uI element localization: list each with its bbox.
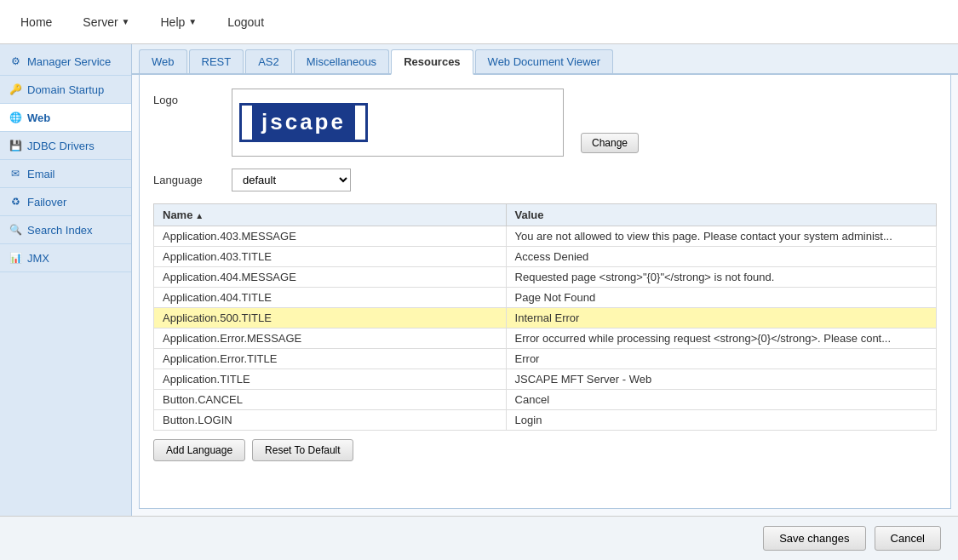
- table-row[interactable]: Application.Error.MESSAGEError occurred …: [154, 329, 937, 349]
- language-field-row: Language default: [153, 169, 937, 191]
- sidebar-item-jdbc-drivers[interactable]: 💾 JDBC Drivers: [0, 132, 131, 160]
- resource-value-cell: Error occurred while processing request …: [506, 329, 936, 349]
- sidebar-item-email[interactable]: ✉ Email: [0, 160, 131, 188]
- email-icon: ✉: [9, 167, 22, 180]
- footer: Save changes Cancel: [0, 516, 958, 560]
- resource-value-cell: Cancel: [506, 390, 936, 410]
- resource-value-cell: Requested page <strong>"{0}"</strong> is…: [506, 267, 936, 288]
- resource-value-cell: You are not allowed to view this page. P…: [506, 226, 936, 247]
- sidebar-item-search-index[interactable]: 🔍 Search Index: [0, 216, 131, 244]
- server-dropdown-arrow: ▼: [122, 17, 130, 26]
- resource-value-cell: Login: [506, 410, 936, 431]
- table-row[interactable]: Application.404.TITLEPage Not Found: [154, 288, 937, 308]
- sidebar-item-jmx[interactable]: 📊 JMX: [0, 244, 131, 272]
- jdbc-icon: 💾: [9, 139, 22, 152]
- resource-name-cell: Application.500.TITLE: [154, 308, 507, 329]
- resource-value-cell: JSCAPE MFT Server - Web: [506, 369, 936, 390]
- language-label: Language: [153, 169, 221, 186]
- sidebar-item-manager-service[interactable]: ⚙ Manager Service: [0, 48, 131, 76]
- manager-service-icon: ⚙: [9, 54, 22, 68]
- table-row[interactable]: Application.403.TITLEAccess Denied: [154, 247, 937, 267]
- logo-field-row: Logo jscape Change: [153, 89, 937, 157]
- sidebar-item-web[interactable]: 🌐 Web: [0, 104, 131, 132]
- resource-value-cell: Error: [506, 349, 936, 369]
- table-row[interactable]: Application.TITLEJSCAPE MFT Server - Web: [154, 369, 937, 390]
- resource-name-cell: Application.TITLE: [154, 369, 507, 390]
- resource-name-cell: Application.404.TITLE: [154, 288, 507, 308]
- table-row[interactable]: Application.404.MESSAGERequested page <s…: [154, 267, 937, 288]
- tab-web[interactable]: Web: [139, 49, 187, 73]
- language-select[interactable]: default: [232, 169, 351, 191]
- table-actions: Add Language Reset To Default: [153, 439, 937, 461]
- tab-miscellaneous[interactable]: Miscellaneous: [294, 49, 389, 73]
- tab-resources[interactable]: Resources: [391, 49, 473, 75]
- sidebar-item-domain-startup[interactable]: 🔑 Domain Startup: [0, 76, 131, 104]
- resource-name-cell: Application.Error.TITLE: [154, 349, 507, 369]
- search-index-icon: 🔍: [9, 223, 22, 237]
- table-row[interactable]: Button.CANCELCancel: [154, 390, 937, 410]
- table-row[interactable]: Application.Error.TITLEError: [154, 349, 937, 369]
- jmx-icon: 📊: [9, 251, 22, 265]
- tab-bar: Web REST AS2 Miscellaneous Resources Web…: [132, 44, 958, 75]
- web-icon: 🌐: [9, 111, 22, 124]
- save-changes-button[interactable]: Save changes: [763, 526, 865, 551]
- resource-value-cell: Page Not Found: [506, 288, 936, 308]
- tab-rest[interactable]: REST: [189, 49, 244, 73]
- table-row[interactable]: Application.500.TITLEInternal Error: [154, 308, 937, 329]
- add-language-button[interactable]: Add Language: [153, 439, 245, 461]
- resource-name-cell: Button.LOGIN: [154, 410, 507, 431]
- resource-name-cell: Application.403.MESSAGE: [154, 226, 507, 247]
- resources-panel: Logo jscape Change Language default: [139, 75, 951, 509]
- resource-name-cell: Button.CANCEL: [154, 390, 507, 410]
- tab-web-doc-viewer[interactable]: Web Document Viewer: [475, 49, 613, 73]
- resource-value-cell: Access Denied: [506, 247, 936, 267]
- server-nav-item[interactable]: Server ▼: [76, 12, 136, 32]
- sidebar-item-failover[interactable]: ♻ Failover: [0, 188, 131, 216]
- logo-image: jscape: [239, 103, 368, 142]
- main-layout: ⚙ Manager Service 🔑 Domain Startup 🌐 Web…: [0, 44, 958, 516]
- domain-startup-icon: 🔑: [9, 83, 22, 96]
- help-nav-item[interactable]: Help ▼: [154, 12, 204, 32]
- logo-label: Logo: [153, 89, 221, 106]
- resource-name-cell: Application.403.TITLE: [154, 247, 507, 267]
- table-row[interactable]: Button.LOGINLogin: [154, 410, 937, 431]
- top-navigation: Home Server ▼ Help ▼ Logout: [0, 0, 958, 44]
- failover-icon: ♻: [9, 195, 22, 209]
- resource-value-cell: Internal Error: [506, 308, 936, 329]
- home-nav-item[interactable]: Home: [14, 12, 59, 32]
- change-logo-button[interactable]: Change: [581, 133, 639, 153]
- resource-name-cell: Application.404.MESSAGE: [154, 267, 507, 288]
- logout-nav-item[interactable]: Logout: [221, 12, 271, 32]
- sidebar: ⚙ Manager Service 🔑 Domain Startup 🌐 Web…: [0, 44, 132, 516]
- resource-name-cell: Application.Error.MESSAGE: [154, 329, 507, 349]
- resource-table: Name Value Application.403.MESSAGEYou ar…: [153, 203, 937, 431]
- content-area: Web REST AS2 Miscellaneous Resources Web…: [132, 44, 958, 516]
- help-dropdown-arrow: ▼: [188, 17, 197, 26]
- logo-container: jscape: [232, 89, 564, 157]
- value-column-header[interactable]: Value: [506, 204, 936, 226]
- name-column-header[interactable]: Name: [154, 204, 507, 226]
- tab-as2[interactable]: AS2: [245, 49, 292, 73]
- reset-to-default-button[interactable]: Reset To Default: [252, 439, 353, 461]
- table-row[interactable]: Application.403.MESSAGEYou are not allow…: [154, 226, 937, 247]
- cancel-button[interactable]: Cancel: [875, 526, 941, 551]
